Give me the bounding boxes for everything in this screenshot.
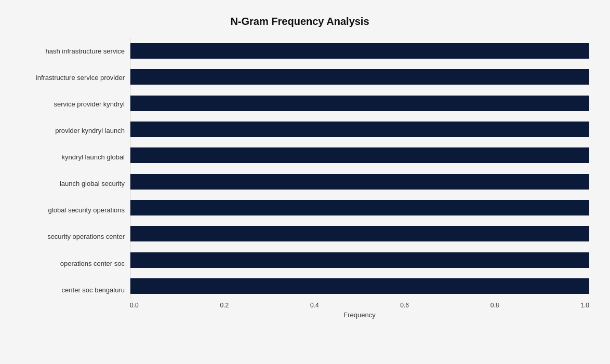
y-label: hash infrastructure service bbox=[46, 47, 125, 56]
bars-and-xaxis: 0.00.20.40.60.81.0 Frequency bbox=[130, 38, 589, 319]
bars-area bbox=[130, 38, 589, 299]
x-axis-label: Frequency bbox=[130, 311, 589, 319]
x-axis: 0.00.20.40.60.81.0 Frequency bbox=[130, 299, 589, 319]
y-label: kyndryl launch global bbox=[62, 153, 125, 161]
bar-row bbox=[130, 67, 589, 87]
bar bbox=[130, 147, 589, 163]
bar bbox=[130, 174, 589, 190]
bar-row bbox=[130, 119, 589, 139]
chart-title: N-Gram Frequency Analysis bbox=[10, 10, 589, 28]
y-label: security operations center bbox=[47, 233, 125, 241]
x-tick: 1.0 bbox=[580, 302, 589, 309]
bar bbox=[130, 278, 589, 294]
bar-row bbox=[130, 276, 589, 296]
chart-area: hash infrastructure serviceinfrastructur… bbox=[10, 38, 589, 319]
x-tick: 0.8 bbox=[490, 302, 499, 309]
x-tick: 0.2 bbox=[220, 302, 229, 309]
x-tick: 0.6 bbox=[400, 302, 409, 309]
bar bbox=[130, 122, 589, 137]
y-label: launch global security bbox=[60, 180, 125, 188]
bar-row bbox=[130, 41, 589, 61]
chart-container: N-Gram Frequency Analysis hash infrastru… bbox=[0, 0, 610, 364]
bar-row bbox=[130, 250, 589, 270]
bar bbox=[130, 43, 589, 59]
x-tick: 0.0 bbox=[130, 302, 139, 309]
bar-row bbox=[130, 198, 589, 218]
x-ticks: 0.00.20.40.60.81.0 bbox=[130, 302, 589, 309]
x-tick: 0.4 bbox=[310, 302, 319, 309]
y-label: service provider kyndryl bbox=[54, 100, 125, 109]
bar-row bbox=[130, 145, 589, 165]
bar-row bbox=[130, 224, 589, 244]
y-axis-labels: hash infrastructure serviceinfrastructur… bbox=[10, 38, 130, 319]
bar bbox=[130, 252, 589, 268]
y-label: operations center soc bbox=[60, 260, 125, 268]
bar bbox=[130, 69, 589, 85]
bar-row bbox=[130, 172, 589, 192]
bar-row bbox=[130, 93, 589, 113]
bar bbox=[130, 226, 589, 241]
bar bbox=[130, 96, 589, 111]
y-label: infrastructure service provider bbox=[36, 74, 125, 82]
y-label: global security operations bbox=[48, 206, 125, 214]
y-label: provider kyndryl launch bbox=[55, 127, 125, 135]
y-label: center soc bengaluru bbox=[62, 286, 125, 294]
bar bbox=[130, 200, 589, 215]
